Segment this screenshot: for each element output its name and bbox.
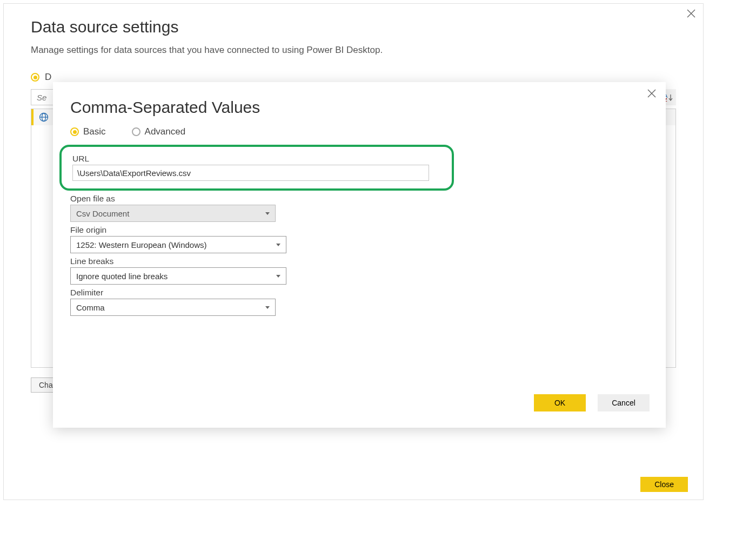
radio-basic-label: Basic xyxy=(83,126,106,137)
mode-radio-group: Basic Advanced xyxy=(53,126,666,145)
radio-current-file[interactable] xyxy=(31,73,39,82)
radio-basic[interactable]: Basic xyxy=(70,126,106,137)
chevron-down-icon xyxy=(265,212,270,215)
open-file-as-dropdown[interactable]: Csv Document xyxy=(70,205,276,222)
cancel-button[interactable]: Cancel xyxy=(598,394,650,411)
page-title: Data source settings xyxy=(4,4,703,45)
delimiter-label: Delimiter xyxy=(70,288,648,298)
radio-icon xyxy=(70,127,79,136)
radio-advanced[interactable]: Advanced xyxy=(132,126,186,137)
dialog-title: Comma-Separated Values xyxy=(53,82,666,126)
url-input[interactable] xyxy=(72,165,429,181)
csv-settings-dialog: Comma-Separated Values Basic Advanced UR… xyxy=(53,82,666,428)
url-label: URL xyxy=(72,154,441,164)
radio-icon xyxy=(132,127,141,136)
close-icon[interactable] xyxy=(680,5,702,22)
radio-label-partial: D xyxy=(45,72,51,83)
globe-icon xyxy=(39,112,49,122)
open-file-as-label: Open file as xyxy=(70,194,648,204)
file-origin-label: File origin xyxy=(70,225,648,235)
close-icon[interactable] xyxy=(642,85,661,102)
line-breaks-dropdown[interactable]: Ignore quoted line breaks xyxy=(70,267,286,285)
url-highlight-box: URL xyxy=(59,145,454,191)
line-breaks-label: Line breaks xyxy=(70,257,648,266)
file-origin-dropdown[interactable]: 1252: Western European (Windows) xyxy=(70,236,286,253)
radio-advanced-label: Advanced xyxy=(145,126,186,137)
chevron-down-icon xyxy=(265,306,270,309)
line-breaks-value: Ignore quoted line breaks xyxy=(76,272,168,281)
file-origin-value: 1252: Western European (Windows) xyxy=(76,240,207,249)
page-subtitle: Manage settings for data sources that yo… xyxy=(4,45,703,56)
dialog-footer: OK Cancel xyxy=(534,394,650,411)
ok-button[interactable]: OK xyxy=(534,394,586,411)
chevron-down-icon xyxy=(276,244,280,246)
close-button[interactable]: Close xyxy=(640,477,688,492)
delimiter-dropdown[interactable]: Comma xyxy=(70,299,276,316)
chevron-down-icon xyxy=(276,275,280,278)
scope-radio-group: D xyxy=(4,56,703,83)
delimiter-value: Comma xyxy=(76,303,105,312)
open-file-as-value: Csv Document xyxy=(76,209,129,218)
